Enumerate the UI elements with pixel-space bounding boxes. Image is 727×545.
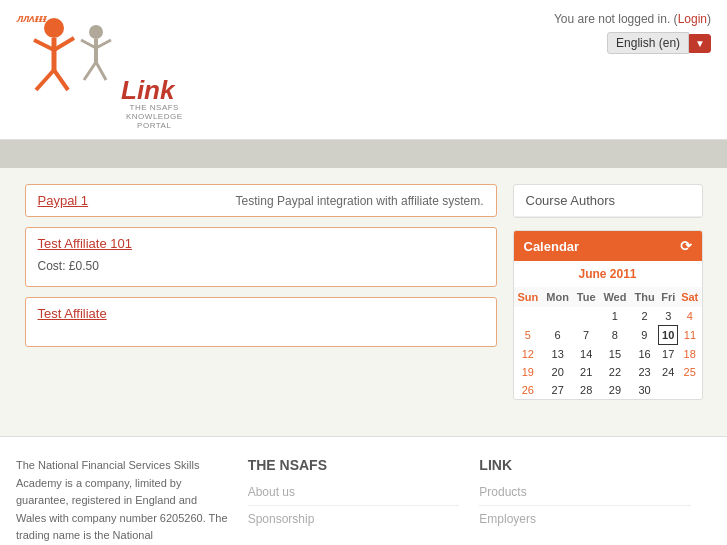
calendar-day-cell[interactable]: 12 <box>514 345 543 364</box>
footer-link-title: LINK <box>479 457 691 473</box>
course-name-link[interactable]: Paypal 1 <box>38 193 89 208</box>
calendar-day-cell[interactable]: 11 <box>678 326 702 345</box>
calendar-day-cell[interactable]: 10 <box>659 326 678 345</box>
calendar-table: SunMonTueWedThuFriSat 123456789101112131… <box>514 287 702 399</box>
sidebar: Course Authors Calendar ⟳ ◄ June 2011 ► … <box>513 184 703 400</box>
calendar-day-cell[interactable]: 17 <box>659 345 678 364</box>
footer-nsafs-title: THE NSAFS <box>248 457 460 473</box>
calendar-day-header: Mon <box>542 287 573 307</box>
svg-text:ᴫᴫᴧᵻᵻᵻ: ᴫᴫᴧᵻᵻᵻ <box>16 13 47 24</box>
calendar-day-cell[interactable]: 9 <box>631 326 659 345</box>
footer-nsafs-link[interactable]: Sponsorship <box>248 512 460 532</box>
language-button[interactable]: English (en) <box>607 32 689 54</box>
calendar-day-cell[interactable]: 8 <box>599 326 631 345</box>
svg-line-8 <box>81 40 96 48</box>
calendar-day-header: Sat <box>678 287 702 307</box>
link-links: ProductsEmployers <box>479 485 691 532</box>
calendar-day-cell[interactable]: 15 <box>599 345 631 364</box>
calendar-day-cell[interactable]: 6 <box>542 326 573 345</box>
course-name-link[interactable]: Test Affiliate <box>38 306 107 321</box>
calendar-day-cell[interactable]: 21 <box>573 363 599 381</box>
course-name-link[interactable]: Test Affiliate 101 <box>38 236 132 251</box>
footer-inner: The National Financial Services Skills A… <box>16 457 711 545</box>
calendar-day-cell[interactable]: 24 <box>659 363 678 381</box>
svg-line-4 <box>36 70 54 90</box>
logo-link-text: Link <box>121 75 174 105</box>
calendar-day-cell[interactable]: 25 <box>678 363 702 381</box>
course-item: Paypal 1 Testing Paypal integration with… <box>25 184 497 217</box>
logo-image: ᴫᴫᴧᵻᵻᵻ Link THE NSAFS KNOWLEDGE PORTAL <box>16 10 236 130</box>
calendar-month-year: June 2011 <box>578 267 636 281</box>
course-item: Test Affiliate <box>25 297 497 347</box>
login-link[interactable]: Login <box>678 12 707 26</box>
calendar-day-cell[interactable]: 20 <box>542 363 573 381</box>
calendar-day-cell[interactable]: 30 <box>631 381 659 399</box>
calendar-day-cell[interactable]: 13 <box>542 345 573 364</box>
calendar-day-cell[interactable]: 27 <box>542 381 573 399</box>
calendar-day-cell[interactable]: 29 <box>599 381 631 399</box>
calendar-day-cell[interactable]: 28 <box>573 381 599 399</box>
calendar-day-cell <box>573 307 599 326</box>
svg-point-6 <box>89 25 103 39</box>
course-item: Test Affiliate 101 Cost: £0.50 <box>25 227 497 287</box>
calendar-day-cell[interactable]: 1 <box>599 307 631 326</box>
calendar-week-row: 12131415161718 <box>514 345 702 364</box>
calendar-prev-button[interactable]: ◄ <box>522 266 546 282</box>
calendar-day-cell[interactable]: 26 <box>514 381 543 399</box>
auth-status: You are not logged in. (Login) <box>554 12 711 26</box>
footer-nsafs-link[interactable]: About us <box>248 485 460 506</box>
calendar-day-cell[interactable]: 5 <box>514 326 543 345</box>
course-authors-title: Course Authors <box>514 185 702 217</box>
calendar-day-cell[interactable]: 18 <box>678 345 702 364</box>
calendar-day-cell <box>659 381 678 399</box>
calendar-day-cell[interactable]: 22 <box>599 363 631 381</box>
calendar-day-cell[interactable]: 7 <box>573 326 599 345</box>
footer-about-text: The National Financial Services Skills A… <box>16 457 228 545</box>
svg-line-10 <box>84 62 96 80</box>
svg-line-11 <box>96 62 106 80</box>
course-list: Paypal 1 Testing Paypal integration with… <box>25 184 497 400</box>
calendar-header: Calendar ⟳ <box>514 231 702 261</box>
logo-area: ᴫᴫᴧᵻᵻᵻ Link THE NSAFS KNOWLEDGE PORTAL <box>16 10 236 130</box>
page-header: ᴫᴫᴧᵻᵻᵻ Link THE NSAFS KNOWLEDGE PORTAL Y… <box>0 0 727 140</box>
calendar-day-cell[interactable]: 23 <box>631 363 659 381</box>
calendar-day-header: Tue <box>573 287 599 307</box>
language-dropdown-arrow[interactable]: ▼ <box>689 34 711 53</box>
main-content: Paypal 1 Testing Paypal integration with… <box>9 168 719 416</box>
logo-subtext3: PORTAL <box>126 121 183 130</box>
calendar-day-cell[interactable]: 2 <box>631 307 659 326</box>
calendar-day-cell <box>514 307 543 326</box>
header-right: You are not logged in. (Login) English (… <box>554 8 711 54</box>
language-selector[interactable]: English (en) ▼ <box>554 32 711 54</box>
calendar-week-row: 2627282930 <box>514 381 702 399</box>
calendar-day-cell[interactable]: 14 <box>573 345 599 364</box>
calendar-day-cell[interactable]: 3 <box>659 307 678 326</box>
calendar-week-row: 567891011 <box>514 326 702 345</box>
course-cost: Cost: £0.50 <box>38 259 484 273</box>
auth-text: You are not logged in. ( <box>554 12 678 26</box>
calendar-title: Calendar <box>524 239 580 254</box>
calendar-week-row: 1234 <box>514 307 702 326</box>
calendar-day-cell[interactable]: 4 <box>678 307 702 326</box>
calendar-next-button[interactable]: ► <box>670 266 694 282</box>
page-footer: The National Financial Services Skills A… <box>0 436 727 545</box>
calendar-day-cell[interactable]: 16 <box>631 345 659 364</box>
calendar-header-row: SunMonTueWedThuFriSat <box>514 287 702 307</box>
footer-link-col: LINK ProductsEmployers <box>479 457 711 545</box>
nav-bar <box>0 140 727 168</box>
calendar-week-row: 19202122232425 <box>514 363 702 381</box>
svg-line-9 <box>96 40 111 48</box>
footer-link-link[interactable]: Employers <box>479 512 691 532</box>
calendar-widget: Calendar ⟳ ◄ June 2011 ► SunMonTueWedThu… <box>513 230 703 400</box>
svg-line-2 <box>34 40 54 50</box>
course-authors-box: Course Authors <box>513 184 703 218</box>
course-description: Testing Paypal integration with affiliat… <box>236 194 484 208</box>
logo-subtext1: THE NSAFS <box>126 103 183 112</box>
svg-line-5 <box>54 70 68 90</box>
calendar-day-header: Thu <box>631 287 659 307</box>
calendar-day-header: Wed <box>599 287 631 307</box>
calendar-icon: ⟳ <box>680 238 692 254</box>
footer-link-link[interactable]: Products <box>479 485 691 506</box>
calendar-day-cell[interactable]: 19 <box>514 363 543 381</box>
svg-point-0 <box>44 18 64 38</box>
